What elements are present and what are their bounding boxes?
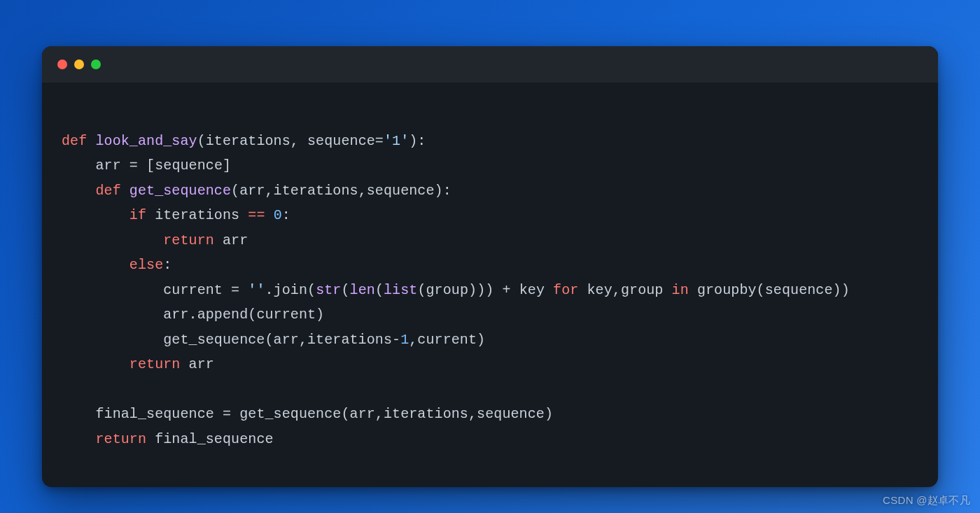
code-token-id: get_sequence <box>239 406 341 422</box>
minimize-icon[interactable] <box>74 59 84 69</box>
code-token-pun: ( <box>417 282 426 298</box>
code-token-kw: return <box>95 431 146 447</box>
code-token-kw: return <box>163 232 214 248</box>
code-token-id: sequence <box>367 183 435 199</box>
code-token-pun: - <box>392 332 400 348</box>
code-token-id: arr <box>189 356 214 372</box>
code-token-fn: get_sequence <box>130 183 231 199</box>
code-token-call: len <box>350 282 375 298</box>
code-token-id: arr <box>239 183 265 199</box>
code-token-id: get_sequence <box>163 332 265 348</box>
code-token-id: current <box>163 282 223 298</box>
code-token-id: sequence <box>765 282 833 298</box>
code-token-pun: )) <box>833 282 850 298</box>
code-token-num: 0 <box>274 207 282 223</box>
code-token-pun: , <box>265 183 274 199</box>
code-token-id: arr <box>95 157 120 174</box>
code-token-fn: look_and_say <box>95 133 197 149</box>
code-token-id: group <box>621 282 664 298</box>
code-token-pun: . <box>265 282 274 298</box>
code-token-id: join <box>274 282 307 298</box>
code-token-kw: if <box>130 207 146 223</box>
code-token-pun: : <box>163 257 172 273</box>
code-token-str: '' <box>248 282 265 298</box>
code-token-id: arr <box>163 307 188 323</box>
code-token-id: final_sequence <box>95 406 214 422</box>
code-token-pun: ( <box>341 406 349 422</box>
code-token-pun: ( <box>757 282 765 298</box>
code-token-pun: ) <box>477 332 485 348</box>
code-token-pun: = <box>130 157 138 174</box>
code-window: def look_and_say(iterations, sequence='1… <box>42 46 938 487</box>
code-token-pun: ): <box>409 133 426 149</box>
code-token-pun: = <box>223 406 231 422</box>
code-token-pun: + <box>502 282 510 298</box>
close-icon[interactable] <box>57 59 67 69</box>
code-token-id: sequence <box>477 406 545 422</box>
code-token-pun: : <box>282 207 290 223</box>
code-token-id: final_sequence <box>155 431 273 447</box>
code-token-pun: , <box>612 282 621 298</box>
code-token-pun: = <box>231 282 239 298</box>
code-token-pun: . <box>189 307 197 323</box>
code-token-id: groupby <box>697 282 757 298</box>
code-token-id: append <box>197 307 248 323</box>
code-token-id: current <box>256 307 316 323</box>
code-token-call: list <box>384 282 417 298</box>
code-token-id: iterations <box>155 207 239 223</box>
code-token-kw: def <box>95 183 120 199</box>
code-token-pun: ( <box>341 282 349 298</box>
maximize-icon[interactable] <box>91 59 101 69</box>
code-token-id: iterations <box>274 183 358 199</box>
code-token-id: arr <box>274 332 299 348</box>
code-token-kw: return <box>130 356 181 372</box>
code-token-id: arr <box>350 406 375 422</box>
code-token-pun: , <box>468 406 477 422</box>
code-token-pun: ) <box>316 307 324 323</box>
code-token-pun: , <box>299 332 307 348</box>
code-token-pun: ( <box>375 282 384 298</box>
code-token-pun: = <box>375 133 384 149</box>
code-token-id: group <box>426 282 469 298</box>
code-block: def look_and_say(iterations, sequence='1… <box>42 83 938 471</box>
code-token-id: iterations <box>307 332 392 348</box>
code-token-pun: ( <box>265 332 273 348</box>
code-token-pun: , <box>375 406 384 422</box>
code-token-id: arr <box>223 232 248 248</box>
code-token-pun: , <box>358 183 367 199</box>
code-token-pun: ] <box>223 157 231 174</box>
window-titlebar <box>42 46 938 83</box>
watermark-text: CSDN @赵卓不凡 <box>883 494 970 507</box>
code-token-pun: , <box>290 133 307 149</box>
code-token-pun: ( <box>307 282 316 298</box>
code-token-kw: == <box>248 207 265 223</box>
code-token-id: sequence <box>155 157 223 174</box>
code-token-kw: in <box>672 282 689 298</box>
code-token-kw: for <box>553 282 578 298</box>
code-token-id: current <box>417 332 477 348</box>
code-token-kw: def <box>62 133 87 149</box>
code-token-str: '1' <box>384 133 409 149</box>
code-token-pun: ( <box>197 133 206 149</box>
code-token-pun: , <box>409 332 417 348</box>
code-token-call: str <box>316 282 341 298</box>
code-token-id: iterations <box>384 406 468 422</box>
code-token-pun: [ <box>146 157 155 174</box>
code-token-kw: else <box>130 257 163 273</box>
code-token-pun: ): <box>435 183 451 199</box>
code-token-id: key <box>519 282 545 298</box>
code-token-id: sequence <box>307 133 375 149</box>
code-token-id: iterations <box>206 133 290 149</box>
code-token-pun: ))) <box>468 282 493 298</box>
code-token-id: key <box>587 282 612 298</box>
code-token-num: 1 <box>400 332 409 348</box>
code-token-pun: ) <box>545 406 553 422</box>
code-token-pun: ( <box>248 307 256 323</box>
code-token-pun: ( <box>231 183 239 199</box>
